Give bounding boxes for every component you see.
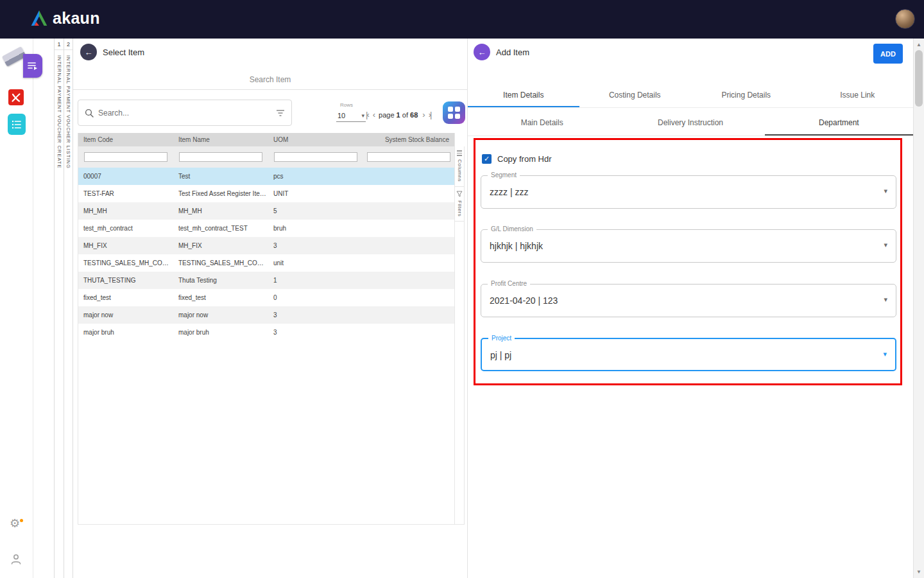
filter-input-uom[interactable]: [274, 152, 357, 162]
cell-uom: UNIT: [268, 190, 363, 197]
project-dropdown[interactable]: Project pj | pj ▾: [481, 338, 896, 371]
scrollbar-thumb[interactable]: [915, 50, 923, 107]
app-launcher-tab[interactable]: [23, 54, 42, 78]
table-tools-strip: Columns Filters: [455, 146, 465, 525]
cell-item-code: TEST-FAR: [78, 190, 173, 197]
page-indicator: page 1 of 68: [379, 111, 418, 119]
arrow-left-icon: ←: [85, 48, 93, 57]
table-header-row: Item Code Item Name UOM System Stock Bal…: [78, 133, 454, 146]
back-button[interactable]: ←: [80, 44, 97, 60]
subtab-department[interactable]: Department: [765, 110, 913, 136]
field-value: 2021-04-20 | 123: [490, 295, 558, 306]
page-scrollbar[interactable]: ▲ ▼: [913, 39, 924, 578]
filter-input-item-code[interactable]: [84, 152, 167, 162]
table-row[interactable]: MH_MH MH_MH 5: [78, 202, 454, 220]
table-row[interactable]: MH_FIX MH_FIX 3: [78, 237, 454, 254]
first-page-button[interactable]: |‹: [366, 110, 368, 119]
cell-item-name: TESTING_SALES_MH_CONTRACT: [173, 259, 268, 267]
items-table: Item Code Item Name UOM System Stock Bal…: [78, 133, 455, 525]
app-screen: akaun ⚙ 1 INTERN: [0, 0, 924, 578]
cell-uom: 0: [268, 294, 363, 301]
header-item-code: Item Code: [78, 133, 173, 146]
field-label: Profit Centre: [488, 280, 530, 287]
grid-apps-icon[interactable]: [443, 101, 465, 124]
field-value: zzzz | zzz: [490, 187, 528, 197]
cell-uom: 5: [268, 207, 363, 215]
cell-item-code: major now: [78, 311, 173, 319]
table-row[interactable]: major now major now 3: [78, 306, 454, 324]
next-page-button[interactable]: ›: [422, 110, 424, 119]
tab-search-item[interactable]: Search Item: [73, 69, 467, 90]
module-tab-label: INTERNAL PAYMENT VOUCHER CREATE: [56, 55, 62, 168]
table-row[interactable]: TEST-FAR Test Fixed Asset Register Item …: [78, 185, 454, 202]
user-avatar[interactable]: [895, 9, 915, 29]
subtab-main-details[interactable]: Main Details: [468, 110, 616, 136]
filter-input-item-name[interactable]: [179, 152, 262, 162]
cell-uom: bruh: [268, 225, 363, 232]
profit-centre-dropdown[interactable]: Profit Centre 2021-04-20 | 123 ▾: [481, 284, 896, 317]
module-tab-number: 2: [64, 39, 73, 50]
chevron-down-icon: ▾: [884, 295, 887, 304]
field-label: Project: [488, 335, 515, 342]
brand-logo[interactable]: akaun: [30, 10, 100, 27]
field-label: Segment: [488, 171, 520, 179]
profile-person-icon[interactable]: [10, 553, 22, 568]
segment-dropdown[interactable]: Segment zzzz | zzz ▾: [481, 175, 896, 209]
tab-issue-link[interactable]: Issue Link: [802, 83, 914, 107]
cell-uom: 3: [268, 329, 363, 336]
add-item-panel: ← Add Item ADD Item Details Costing Deta…: [467, 39, 913, 578]
rows-label: Rows: [340, 102, 353, 108]
table-row[interactable]: major bruh major bruh 3: [78, 324, 454, 341]
prev-page-button[interactable]: ‹: [373, 110, 374, 119]
brand-triangle-icon: [30, 10, 49, 27]
table-row[interactable]: test_mh_contract test_mh_contract_TEST b…: [78, 220, 454, 237]
table-row[interactable]: fixed_test fixed_test 0: [78, 289, 454, 306]
cell-item-code: test_mh_contract: [78, 225, 173, 232]
columns-tool-button[interactable]: Columns: [455, 146, 464, 187]
chevron-down-icon: ▾: [884, 187, 887, 195]
page-title: Add Item: [496, 48, 529, 57]
back-button[interactable]: ←: [474, 44, 490, 60]
rows-per-page-select[interactable]: 10 ▾: [336, 109, 366, 122]
tab-item-details[interactable]: Item Details: [468, 83, 579, 107]
scroll-down-arrow-icon[interactable]: ▼: [914, 569, 924, 575]
last-page-button[interactable]: ›|: [429, 110, 431, 119]
table-row[interactable]: TESTING_SALES_MH_CONTRACT TESTING_SALES_…: [78, 254, 454, 272]
copy-from-hdr-checkbox[interactable]: ✓ Copy from Hdr: [482, 154, 552, 164]
cell-item-name: MH_FIX: [173, 242, 268, 249]
pdf-icon: [11, 92, 21, 103]
cell-item-name: major now: [173, 311, 268, 319]
lines-icon: [457, 150, 462, 156]
pagination: |‹ ‹ page 1 of 68 › ›|: [366, 110, 431, 119]
chevron-down-icon: ▾: [884, 241, 887, 249]
settings-gear-icon[interactable]: ⚙: [10, 518, 20, 529]
subtab-delivery-instruction[interactable]: Delivery Instruction: [616, 110, 764, 136]
filter-input-stock-balance[interactable]: [367, 152, 450, 162]
filters-tool-button[interactable]: Filters: [455, 187, 464, 222]
add-button[interactable]: ADD: [873, 44, 903, 64]
chevron-down-icon: ▾: [883, 350, 887, 358]
cell-item-name: Test: [173, 173, 268, 180]
filter-list-icon[interactable]: [276, 109, 285, 117]
cell-item-name: test_mh_contract_TEST: [173, 225, 268, 232]
checkbox-label: Copy from Hdr: [497, 154, 552, 164]
module-tab-internal-payment-voucher-create[interactable]: 1 INTERNAL PAYMENT VOUCHER CREATE: [54, 39, 64, 578]
scroll-up-arrow-icon[interactable]: ▲: [914, 42, 924, 48]
arrow-left-icon: ←: [478, 48, 486, 57]
page-title: Select Item: [103, 48, 144, 57]
table-row[interactable]: 00007 Test pcs: [78, 168, 454, 185]
module-tab-internal-payment-voucher-listing[interactable]: 2 INTERNAL PAYMENT VOUCHER LISTING: [64, 39, 73, 578]
pdf-app-button[interactable]: [8, 89, 24, 105]
cell-uom: pcs: [268, 173, 363, 180]
gl-dimension-dropdown[interactable]: G/L Dimension hjkhjk | hjkhjk ▾: [481, 229, 896, 263]
cell-uom: 3: [268, 242, 363, 249]
list-app-button[interactable]: [8, 114, 26, 135]
tab-pricing-details[interactable]: Pricing Details: [690, 83, 802, 107]
cell-uom: 3: [268, 311, 363, 319]
search-input[interactable]: [98, 109, 271, 118]
cell-item-code: MH_MH: [78, 207, 173, 215]
cell-item-code: major bruh: [78, 329, 173, 336]
cell-item-name: Test Fixed Asset Register Item Co...: [173, 190, 268, 197]
table-row[interactable]: THUTA_TESTING Thuta Testing 1: [78, 272, 454, 289]
tab-costing-details[interactable]: Costing Details: [579, 83, 691, 107]
